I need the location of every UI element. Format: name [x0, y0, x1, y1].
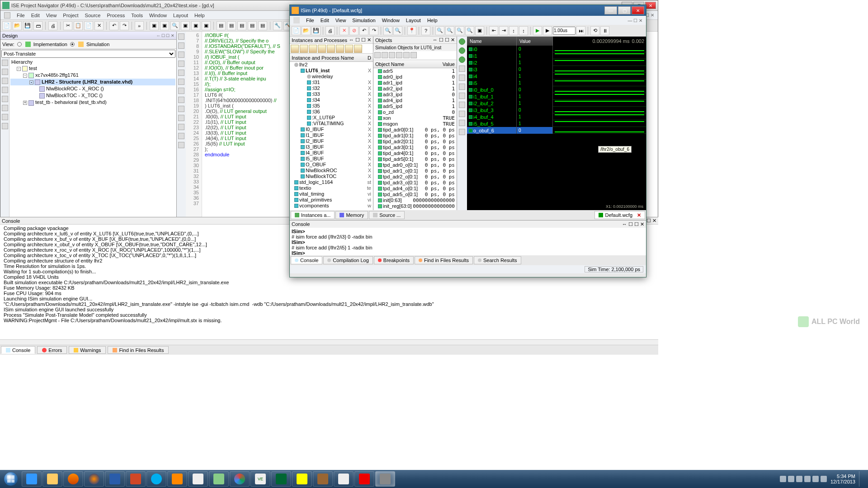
open-icon[interactable]: 📂	[13, 21, 22, 30]
simulation-phase-dropdown[interactable]: Post-Translate	[1, 50, 175, 58]
obj-tb-icon[interactable]	[396, 52, 402, 58]
task-media[interactable]	[63, 471, 83, 487]
ip-tree-row[interactable]: :l35X	[290, 103, 373, 109]
ip-tree-row[interactable]: vital_primitivesvi	[290, 197, 373, 203]
tray-icon[interactable]	[804, 476, 811, 482]
task-winscp[interactable]	[271, 471, 291, 487]
obj-tree[interactable]: adr51adr0_ipd0adr1_ipd1adr2_ipd1adr3_ipd…	[373, 68, 457, 210]
obj-row[interactable]: adr1_ipd1	[373, 80, 457, 86]
isim-find1-icon[interactable]: 🔍	[383, 26, 392, 35]
isim-zoom2-icon[interactable]: 🔍	[445, 26, 454, 35]
task-word[interactable]	[105, 471, 125, 487]
obj-row[interactable]: tipd_adr0[0:1]0 ps, 0 ps	[373, 127, 457, 133]
ip-tree-row[interactable]: I5_IBUFX	[290, 156, 373, 162]
cut-icon[interactable]: ✂	[63, 21, 72, 30]
wave-signal-row[interactable]: i41	[467, 73, 646, 80]
wrench-icon[interactable]: 🔧	[273, 21, 282, 30]
ip-tree[interactable]: lhr2LUT6_instXwiredelay:l31X:l32X:l33X:l…	[290, 62, 373, 210]
gutter-icon[interactable]	[178, 52, 184, 58]
btab-warnings[interactable]: Warnings	[69, 346, 106, 354]
radio-simulation[interactable]	[70, 42, 75, 47]
ftab-memory[interactable]: Memory	[335, 211, 368, 219]
wave-signal-row[interactable]: i21	[467, 59, 646, 66]
obj-tb-icon[interactable]	[382, 52, 388, 58]
obj-row[interactable]: tpd_adr1_o[0:1]0 ps, 0 ps	[373, 168, 457, 174]
isim-minimize-button[interactable]: —	[604, 6, 617, 14]
ip-tb-icon[interactable]	[300, 45, 308, 53]
tool4-icon[interactable]: ▣	[191, 21, 200, 30]
isim-btab-complog[interactable]: Compilation Log	[323, 256, 373, 264]
menu-file[interactable]: File	[17, 13, 25, 18]
isim-open-icon[interactable]: 📂	[302, 26, 311, 35]
isim-zoom1-icon[interactable]: 🔍	[435, 26, 444, 35]
show-desktop-button[interactable]	[859, 471, 863, 487]
tray-icon[interactable]	[780, 476, 786, 482]
wave-signal-row[interactable]: i30	[467, 66, 646, 73]
isim-maximize-button[interactable]: ▢	[618, 6, 631, 14]
ftab-instances[interactable]: Instances a...	[291, 211, 335, 219]
isim-menu-edit[interactable]: Edit	[321, 18, 329, 23]
tree-toc[interactable]: NlwBlockTOC - X_TOC ()	[10, 92, 175, 99]
isim-menu-view[interactable]: View	[335, 18, 346, 23]
ip-tb-icon[interactable]	[354, 45, 362, 53]
isim-break-icon[interactable]: ⏸	[600, 26, 609, 35]
ftab-default-wcfg[interactable]: Default.wcfg✕	[594, 211, 645, 219]
isim-stop-icon[interactable]: ⊘	[349, 26, 359, 35]
menu-layout[interactable]: Layout	[173, 13, 188, 18]
wave-ic2-icon[interactable]	[459, 111, 465, 117]
isim-cursor2-icon[interactable]: ⇥	[499, 26, 508, 35]
isim-save-icon[interactable]: 💾	[311, 26, 321, 35]
redo-icon[interactable]: ↷	[120, 21, 129, 30]
isim-cursor1-icon[interactable]: ⇤	[489, 26, 498, 35]
tool1-icon[interactable]: ▣	[150, 21, 159, 30]
start-button[interactable]	[2, 471, 20, 487]
copy-icon[interactable]: 📋	[74, 21, 83, 30]
gutter-icon[interactable]	[178, 106, 184, 112]
task-outlook[interactable]	[167, 471, 187, 487]
isim-btab-search[interactable]: Search Results	[474, 256, 521, 264]
menu-source[interactable]: Source	[85, 13, 101, 18]
wave-signal-row[interactable]: i3_ibuf_30	[467, 107, 646, 113]
radio-implementation[interactable]	[17, 42, 22, 47]
isim-run-icon[interactable]: ▶	[533, 26, 542, 35]
strip-icon[interactable]	[2, 96, 8, 102]
obj-row[interactable]: msgonTRUE	[373, 121, 457, 127]
wave-ic-icon[interactable]	[459, 47, 465, 54]
menu-window[interactable]: Window	[149, 13, 167, 18]
gutter-icon[interactable]	[178, 115, 184, 121]
wave-ic-icon[interactable]	[459, 56, 465, 63]
isim-cursor4-icon[interactable]: ↕	[519, 26, 528, 35]
isim-titlebar[interactable]: ISim (P.49d) - [Default.wcfg] — ▢ ✕	[290, 5, 646, 16]
gutter-icon[interactable]	[178, 79, 184, 85]
tool5-icon[interactable]: ▣	[202, 21, 211, 30]
ip-tree-row[interactable]: O_OBUFX	[290, 162, 373, 168]
ip-tree-row[interactable]: :l32X	[290, 85, 373, 91]
saveall-icon[interactable]: 🗃	[33, 21, 42, 30]
task-skype[interactable]	[146, 471, 166, 487]
ip-tb-icon[interactable]	[291, 45, 299, 53]
ip-tb-icon[interactable]	[318, 45, 326, 53]
isim-delete-icon[interactable]: ✕	[340, 26, 349, 35]
obj-tb-icon[interactable]	[403, 52, 410, 58]
isim-print-icon[interactable]: 🖨	[326, 26, 335, 35]
gutter-icon[interactable]	[178, 97, 184, 103]
task-java[interactable]	[188, 471, 208, 487]
obj-row[interactable]: tipd_adr2[0:1]0 ps, 0 ps	[373, 139, 457, 145]
isim-new-icon[interactable]: 📄	[292, 26, 301, 35]
obj-row[interactable]: tipd_adr1[0:1]0 ps, 0 ps	[373, 133, 457, 139]
wave-signal-row[interactable]: i5_ibuf_51	[467, 120, 646, 127]
tree-test[interactable]: -test	[10, 65, 175, 72]
waveform-viewer[interactable]: Name Value 0.002099994 ms 0.002 i00i11i2…	[467, 37, 646, 210]
tray-clock[interactable]: 5:34 PM 12/17/2013	[830, 474, 855, 484]
ip-tb-icon[interactable]	[309, 45, 317, 53]
isim-zoom4-icon[interactable]: 🔍	[465, 26, 474, 35]
gutter-icon[interactable]	[178, 133, 184, 139]
isim-restart-icon[interactable]: ⟲	[590, 26, 599, 35]
isim-find2-icon[interactable]: 🔍	[393, 26, 402, 35]
paste-icon[interactable]: 📄	[84, 21, 93, 30]
isim-help-icon[interactable]: ?	[421, 26, 430, 35]
ip-tree-row[interactable]: LUT6_instX	[290, 68, 373, 74]
ip-tree-row[interactable]: textiote	[290, 185, 373, 191]
tree-lhr2[interactable]: -LHR2 - Structure (LHR2_translate.vhd)	[10, 79, 175, 85]
strip-icon[interactable]	[2, 123, 8, 129]
